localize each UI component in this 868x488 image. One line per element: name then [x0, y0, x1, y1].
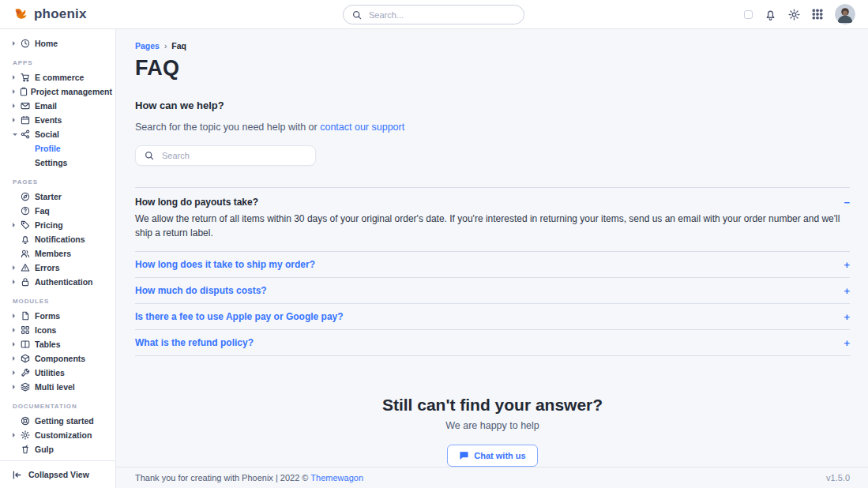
sidebar-item-project-management[interactable]: Project management: [13, 84, 112, 99]
chat-bubble-icon: [459, 451, 468, 460]
faq-search-input[interactable]: [160, 150, 306, 161]
faq-question-header[interactable]: How long do payouts take? −: [135, 188, 850, 210]
share-icon: [21, 130, 35, 139]
sidebar-item-tables[interactable]: Tables: [13, 337, 112, 351]
global-search-input[interactable]: [367, 9, 515, 21]
caret-right-icon: [13, 356, 21, 361]
sidebar-item-pricing[interactable]: Pricing: [13, 218, 112, 232]
search-icon: [145, 151, 154, 160]
sidebar-item-events[interactable]: Events: [13, 113, 112, 127]
apps-grid-icon[interactable]: [812, 9, 823, 20]
sidebar-item-label: Starter: [35, 192, 62, 201]
sidebar-item-label: Social: [35, 130, 59, 139]
sidebar-item-starter[interactable]: Starter: [13, 190, 112, 204]
collapse-sidebar-button[interactable]: Collapsed View: [0, 460, 115, 488]
sidebar-item-components[interactable]: Components: [13, 351, 112, 366]
caret-right-icon: [13, 75, 21, 80]
chat-with-us-button[interactable]: Chat with us: [447, 445, 537, 467]
sidebar-item-social[interactable]: Social: [13, 127, 112, 141]
sidebar-item-home[interactable]: Home: [13, 36, 112, 51]
global-search[interactable]: [343, 5, 524, 24]
sidebar-item-authentication[interactable]: Authentication: [13, 275, 112, 289]
breadcrumb-pages-link[interactable]: Pages: [135, 41, 160, 51]
sidebar-item-notifications[interactable]: Notifications: [13, 232, 112, 246]
faq-item: Is there a fee to use Apple pay or Googl…: [135, 303, 850, 329]
package-icon: [21, 354, 35, 363]
faq-question-header[interactable]: How much do disputs costs? +: [135, 278, 850, 303]
bell-icon[interactable]: [765, 9, 776, 21]
tag-icon: [21, 220, 35, 230]
faq-item: How long does it take to ship my order? …: [135, 251, 850, 277]
sidebar-heading-modules: MODULES: [13, 298, 112, 305]
search-icon: [352, 10, 362, 20]
sidebar-item-label: Members: [35, 249, 71, 258]
sidebar-item-customization[interactable]: Customization: [13, 428, 112, 442]
wrench-icon: [21, 368, 35, 377]
cart-icon: [21, 73, 35, 82]
sidebar-item-label: Getting started: [35, 416, 94, 426]
caret-right-icon: [13, 433, 21, 437]
collapse-label: Collapsed View: [28, 470, 89, 479]
sidebar-item-getting-started[interactable]: Getting started: [13, 414, 112, 428]
caret-right-icon: [13, 342, 21, 347]
sidebar-item-email[interactable]: Email: [13, 99, 112, 113]
phoenix-logo[interactable]: phoenix: [13, 6, 115, 23]
caret-right-icon: [13, 118, 21, 122]
breadcrumb-current: Faq: [171, 41, 186, 51]
sidebar-item-label: Events: [35, 115, 62, 125]
sidebar-item-label: Profile: [35, 144, 61, 153]
faq-accordion: How long do payouts take? − We allow the…: [135, 187, 850, 356]
caret-right-icon: [13, 370, 21, 375]
faq-question-header[interactable]: Is there a fee to use Apple pay or Googl…: [135, 304, 850, 329]
minus-icon[interactable]: −: [844, 197, 850, 208]
page-footer: Thank you for creating with Phoenix | 20…: [116, 467, 868, 488]
sidebar-item-label: Gulp: [35, 445, 54, 454]
caret-right-icon: [13, 328, 21, 332]
contact-support-link[interactable]: contact our support: [320, 122, 404, 133]
sidebar-item-settings[interactable]: Settings: [13, 156, 112, 170]
sidebar-item-label: Icons: [35, 325, 56, 335]
layers-icon: [21, 382, 35, 392]
sidebar-item-gulp[interactable]: Gulp: [13, 442, 112, 456]
help-heading: How can we help?: [135, 99, 850, 111]
faq-search[interactable]: [135, 145, 316, 166]
caret-right-icon: [13, 313, 21, 318]
sidebar-nav: Home APPS E commerce Project management …: [0, 29, 115, 460]
sidebar-item-label: Multi level: [35, 382, 75, 392]
faq-question-header[interactable]: How long does it take to ship my order? …: [135, 252, 850, 277]
faq-question-header[interactable]: What is the refund policy? +: [135, 330, 850, 355]
caret-right-icon: [13, 265, 21, 270]
sidebar-heading-apps: APPS: [13, 59, 112, 66]
sidebar-item-label: Authentication: [35, 277, 93, 287]
plus-icon[interactable]: +: [844, 260, 850, 270]
sidebar-item-errors[interactable]: Errors: [13, 261, 112, 275]
faq-answer: We allow the return of all items within …: [135, 210, 850, 251]
sidebar-item-multi-level[interactable]: Multi level: [13, 380, 112, 394]
sidebar-item-faq[interactable]: Faq: [13, 204, 112, 218]
sidebar-item-icons[interactable]: Icons: [13, 323, 112, 337]
compass-icon: [21, 192, 35, 201]
page-title: FAQ: [135, 56, 850, 81]
avatar[interactable]: [835, 4, 855, 24]
gear-icon[interactable]: [788, 9, 800, 21]
plus-icon[interactable]: +: [844, 286, 850, 296]
sidebar-item-e-commerce[interactable]: E commerce: [13, 70, 112, 84]
plus-icon[interactable]: +: [844, 338, 850, 348]
plus-icon[interactable]: +: [844, 312, 850, 322]
sidebar-heading-documentation: DOCUMENTATION: [13, 403, 112, 410]
faq-question: What is the refund policy?: [135, 337, 254, 348]
sidebar-item-members[interactable]: Members: [13, 246, 112, 261]
themewagon-link[interactable]: Themewagon: [310, 473, 363, 482]
sidebar-item-label: Utilities: [35, 368, 65, 377]
caret-right-icon: [13, 41, 21, 46]
sidebar-item-profile[interactable]: Profile: [13, 141, 112, 156]
caret-right-icon: [13, 385, 21, 389]
sidebar-item-label: Tables: [35, 340, 60, 349]
footer-text: Thank you for creating with Phoenix | 20…: [135, 473, 308, 482]
gear-icon: [21, 430, 35, 440]
theme-toggle[interactable]: [744, 10, 753, 19]
help-text-plain: Search for the topic you need help with …: [135, 122, 318, 133]
sidebar-item-forms[interactable]: Forms: [13, 309, 112, 323]
caret-right-icon: [13, 223, 21, 227]
sidebar-item-utilities[interactable]: Utilities: [13, 366, 112, 380]
